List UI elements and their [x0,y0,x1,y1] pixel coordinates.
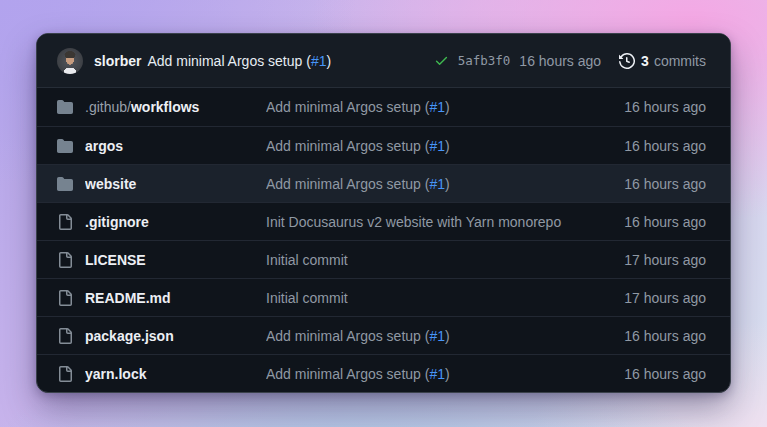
pr-link[interactable]: #1 [311,53,327,69]
check-icon[interactable] [434,53,449,68]
row-commit-time: 16 hours ago [624,176,706,192]
file-row: README.md Initial commit 17 hours ago [37,278,730,316]
commit-author-link[interactable]: slorber [94,53,141,69]
row-commit-message[interactable]: Add minimal Argos setup (#1) [266,176,624,192]
commit-message: Add minimal Argos setup (#1) [147,53,331,69]
file-icon [57,328,73,344]
commit-time: 16 hours ago [519,53,601,69]
repo-file-browser: slorber Add minimal Argos setup (#1) 5af… [36,33,731,393]
pr-link[interactable]: #1 [429,138,445,154]
file-row: website Add minimal Argos setup (#1) 16 … [37,164,730,202]
history-icon [619,53,635,69]
row-commit-time: 17 hours ago [624,290,706,306]
latest-commit-header: slorber Add minimal Argos setup (#1) 5af… [37,34,730,88]
file-icon [57,366,73,382]
pr-link[interactable]: #1 [429,366,445,382]
row-commit-time: 16 hours ago [624,328,706,344]
file-row: .gitignore Init Docusaurus v2 website wi… [37,202,730,240]
row-commit-time: 17 hours ago [624,252,706,268]
file-name-link[interactable]: argos [85,138,123,154]
commits-label[interactable]: commits [654,53,706,69]
file-list: .github/workflows Add minimal Argos setu… [37,88,730,392]
file-name-link[interactable]: workflows [131,99,199,115]
commit-message-text: Add minimal Argos setup ( [147,53,310,69]
file-icon [57,214,73,230]
pr-link[interactable]: #1 [429,176,445,192]
folder-icon [57,176,73,192]
row-commit-time: 16 hours ago [624,138,706,154]
page-background: slorber Add minimal Argos setup (#1) 5af… [0,0,767,427]
file-row: .github/workflows Add minimal Argos setu… [37,88,730,126]
file-row: LICENSE Initial commit 17 hours ago [37,240,730,278]
row-commit-time: 16 hours ago [624,214,706,230]
file-row: argos Add minimal Argos setup (#1) 16 ho… [37,126,730,164]
commits-count[interactable]: 3 [641,53,649,69]
file-name-link[interactable]: LICENSE [85,252,146,268]
file-row: package.json Add minimal Argos setup (#1… [37,316,730,354]
row-commit-message[interactable]: Add minimal Argos setup (#1) [266,99,624,115]
folder-icon [57,138,73,154]
commit-hash-link[interactable]: 5afb3f0 [458,53,511,68]
folder-icon [57,99,73,115]
row-commit-message[interactable]: Initial commit [266,290,624,306]
file-name-link[interactable]: website [85,176,136,192]
row-commit-message[interactable]: Initial commit [266,252,624,268]
file-icon [57,290,73,306]
row-commit-message[interactable]: Init Docusaurus v2 website with Yarn mon… [266,214,624,230]
pr-link[interactable]: #1 [429,328,445,344]
file-name-link[interactable]: .gitignore [85,214,149,230]
file-row: yarn.lock Add minimal Argos setup (#1) 1… [37,354,730,392]
file-name-link[interactable]: yarn.lock [85,366,146,382]
file-name-link[interactable]: package.json [85,328,174,344]
file-name-link[interactable]: README.md [85,290,171,306]
row-commit-time: 16 hours ago [624,366,706,382]
pr-link[interactable]: #1 [429,99,445,115]
row-commit-message[interactable]: Add minimal Argos setup (#1) [266,138,624,154]
path-prefix[interactable]: .github/ [85,99,131,115]
row-commit-message[interactable]: Add minimal Argos setup (#1) [266,328,624,344]
row-commit-time: 16 hours ago [624,99,706,115]
row-commit-message[interactable]: Add minimal Argos setup (#1) [266,366,624,382]
commit-message-close: ) [326,53,331,69]
file-icon [57,252,73,268]
avatar[interactable] [57,48,83,74]
